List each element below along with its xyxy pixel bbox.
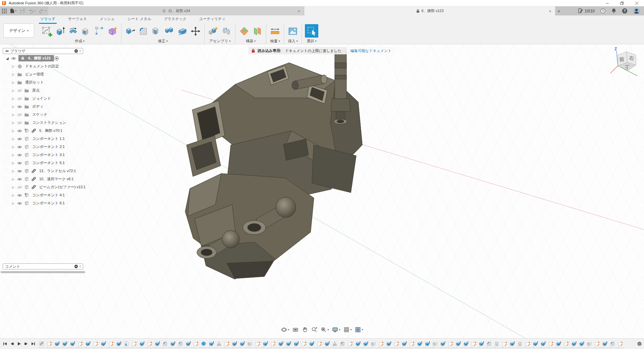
play-button[interactable] (17, 342, 21, 346)
extrude-feature[interactable] (533, 341, 538, 346)
redo-button[interactable]: ▾ (39, 9, 46, 13)
browser-item[interactable]: ▷ジョイント (3, 95, 54, 102)
extrude-feature[interactable] (239, 341, 245, 346)
pan-icon[interactable] (302, 327, 308, 333)
extrude-icon[interactable] (54, 25, 66, 38)
expand-caret-icon[interactable]: ▷ (12, 169, 17, 173)
root-highlight[interactable]: 6、腰部 v123 (18, 55, 54, 61)
browser-item[interactable]: ▷スケッチ (3, 111, 51, 118)
sketch-feature[interactable] (131, 341, 137, 346)
sketch-feature[interactable] (301, 341, 307, 346)
skip-end-button[interactable] (31, 342, 36, 346)
sketch-feature[interactable] (347, 341, 353, 346)
extrude-feature[interactable] (85, 341, 91, 346)
sketch-feature[interactable] (378, 341, 384, 346)
extrude-feature[interactable] (54, 341, 60, 346)
close-button[interactable] (629, 0, 644, 6)
look-at-icon[interactable] (292, 327, 299, 333)
mirror-feature[interactable] (587, 341, 592, 346)
sketch-feature[interactable] (618, 341, 623, 346)
expand-caret-icon[interactable]: ▷ (12, 121, 17, 124)
panel-grip-icon[interactable]: ‖ (79, 265, 81, 268)
expand-caret-icon[interactable]: ▷ (12, 129, 17, 133)
activate-radio-icon[interactable] (54, 56, 60, 61)
expand-caret-icon[interactable]: ▷ (12, 113, 17, 116)
expand-caret-icon[interactable]: ▷ (12, 73, 17, 76)
construction-plane-icon[interactable] (238, 25, 250, 38)
expand-caret-icon[interactable]: ▷ (12, 89, 17, 92)
revolve-icon[interactable] (67, 25, 79, 38)
extrude-feature[interactable] (293, 341, 299, 346)
fit-icon[interactable]: ▾ (320, 327, 329, 333)
avatar[interactable] (633, 7, 640, 14)
sketch-feature[interactable] (471, 341, 476, 346)
extrude-feature[interactable] (170, 341, 175, 346)
new-tab-button[interactable]: + (555, 6, 562, 15)
ribbon-group-label[interactable]: 修正▾ (158, 39, 168, 44)
extrude-feature[interactable] (556, 341, 561, 346)
extrude-feature[interactable] (363, 341, 368, 346)
viewports-icon[interactable]: ▾ (355, 327, 363, 333)
expand-caret-icon[interactable]: ▷ (12, 186, 17, 189)
browser-item[interactable]: ▷コンポーネント 2:1 (3, 144, 68, 150)
combine-icon[interactable] (164, 25, 175, 38)
extrude-feature[interactable] (116, 341, 121, 346)
eye-icon[interactable] (17, 201, 22, 205)
extrude-feature[interactable] (101, 341, 106, 346)
help-icon[interactable]: ? (622, 8, 628, 14)
eye-off-icon[interactable] (17, 89, 22, 93)
sketch-feature[interactable] (525, 341, 530, 346)
browser-item[interactable]: ▷コンポーネント 4:1 (3, 192, 68, 198)
mecha-waist-model[interactable] (185, 50, 362, 280)
eye-off-icon[interactable] (17, 97, 22, 101)
step-back-button[interactable] (10, 342, 14, 346)
ribbon-group-label[interactable]: 作成▾ (75, 39, 85, 44)
extrude-feature[interactable] (479, 341, 484, 346)
eye-icon[interactable] (11, 56, 16, 60)
extrude-feature[interactable] (602, 341, 607, 346)
eye-icon[interactable] (17, 169, 22, 173)
eye-icon[interactable] (17, 153, 22, 157)
zoom-icon[interactable] (311, 327, 317, 333)
sketch-feature[interactable] (409, 341, 415, 346)
expand-caret-icon[interactable]: ▷ (12, 145, 17, 149)
ribbon-group-label[interactable]: 挿入▾ (288, 39, 298, 44)
extrude-feature[interactable] (540, 341, 546, 346)
browser-item[interactable]: ▷コンポーネント 5:1 (3, 160, 68, 166)
select-icon[interactable] (305, 24, 318, 38)
expand-caret-icon[interactable]: ◢ (6, 56, 11, 60)
extrude-feature[interactable] (386, 341, 391, 346)
eye-icon[interactable] (17, 129, 22, 133)
cone-feature[interactable] (332, 341, 337, 346)
sphere-feature[interactable] (201, 341, 206, 346)
eye-icon[interactable] (17, 177, 22, 181)
minimize-button[interactable] (600, 0, 614, 6)
eye-off-icon[interactable] (17, 121, 22, 125)
expand-caret-icon[interactable]: ▷ (12, 65, 17, 68)
move-icon[interactable] (190, 25, 201, 38)
undo-button[interactable]: ▾ (28, 9, 36, 13)
grid-settings-icon[interactable]: ▾ (343, 327, 352, 333)
minimize-panel-icon[interactable] (74, 264, 78, 268)
tab-close-icon[interactable]: × (297, 8, 301, 13)
link-feature[interactable] (39, 341, 44, 346)
expand-caret-icon[interactable]: ▷ (12, 178, 17, 181)
editable-documents-link[interactable]: 編集可能なドキュメント (346, 47, 396, 54)
chamfer-feature[interactable] (340, 341, 345, 346)
extrude-feature[interactable] (263, 341, 268, 346)
extrude-feature[interactable] (579, 341, 584, 346)
eye-off-icon[interactable] (17, 113, 22, 117)
panel-grip-icon[interactable]: ‖ (79, 49, 81, 53)
eye-icon[interactable] (17, 161, 22, 165)
create-sketch-icon[interactable] (41, 25, 53, 38)
mirror-feature[interactable] (432, 341, 438, 346)
browser-item[interactable]: ▷ビームガン(ゼファー) v13:1 (3, 184, 89, 190)
sketch-feature[interactable] (255, 341, 260, 346)
press-pull-icon[interactable] (124, 25, 136, 38)
form-icon[interactable] (107, 25, 118, 38)
mirror-feature[interactable] (247, 341, 253, 346)
extrude-feature[interactable] (401, 341, 407, 346)
browser-item[interactable]: ▷ボディ (3, 103, 47, 110)
extrude-feature[interactable] (232, 341, 237, 346)
joint-icon[interactable] (221, 25, 232, 38)
